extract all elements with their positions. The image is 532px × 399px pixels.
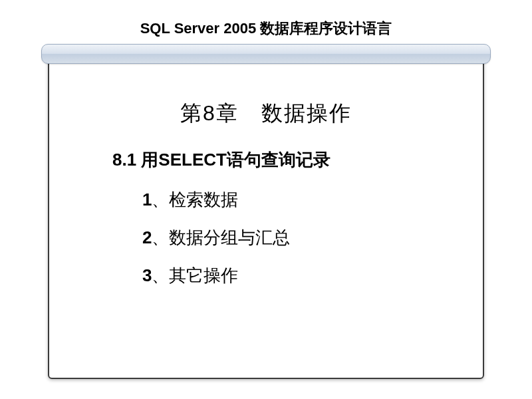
list-item: 2、数据分组与汇总	[142, 226, 483, 249]
chapter-title: 第8章 数据操作	[49, 99, 483, 128]
list-item-number: 2	[142, 227, 152, 247]
list-item-text: 其它操作	[169, 265, 238, 285]
list-item: 1、检索数据	[142, 188, 483, 211]
list-item-text: 检索数据	[169, 190, 238, 209]
list-item-sep: 、	[152, 190, 169, 209]
list-item-number: 1	[142, 190, 152, 209]
list-item-sep: 、	[152, 265, 169, 285]
section-title: 8.1 用SELECT语句查询记录	[112, 148, 483, 172]
list-item-text: 数据分组与汇总	[169, 227, 290, 247]
list-item-number: 3	[142, 265, 152, 285]
page-header-title: SQL Server 2005 数据库程序设计语言	[0, 0, 532, 45]
decorative-top-bar	[41, 44, 491, 64]
slide-content-panel: 第8章 数据操作 8.1 用SELECT语句查询记录 1、检索数据 2、数据分组…	[48, 55, 484, 379]
list-item: 3、其它操作	[142, 264, 483, 287]
list-item-sep: 、	[152, 227, 169, 247]
